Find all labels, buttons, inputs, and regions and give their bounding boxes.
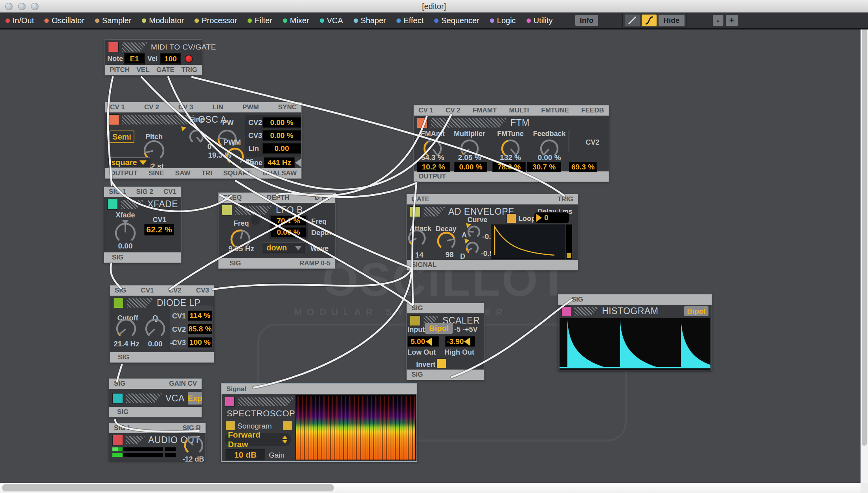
module-color-chip[interactable] <box>112 435 123 445</box>
scope-gain-value[interactable]: 10 dB <box>226 449 265 460</box>
port-sig[interactable]: SIG <box>118 353 129 361</box>
loop-count-value[interactable]: 0 <box>534 212 569 223</box>
note-value[interactable]: E1 <box>124 53 145 64</box>
cv1-value[interactable]: 62.2 % <box>144 224 174 235</box>
envelope-zoom-handle[interactable] <box>567 253 571 258</box>
port-dualsaw[interactable]: DUALSAW <box>263 169 297 177</box>
drag-hatch-icon[interactable] <box>121 200 144 209</box>
cv1-value[interactable]: 114 % <box>188 311 212 321</box>
port-sig[interactable]: SIG <box>115 287 126 294</box>
port-cv1[interactable]: CV 1 <box>110 103 125 111</box>
port-cv1[interactable]: CV1 <box>163 188 176 196</box>
low-out-value[interactable]: 5.00 <box>407 336 439 347</box>
output-gain-knob[interactable] <box>184 435 204 457</box>
port-freq[interactable]: FREQ <box>223 194 242 202</box>
port-cv3[interactable]: CV3 <box>196 287 209 294</box>
wave-dropdown[interactable]: down <box>263 243 305 253</box>
port-signal[interactable]: Signal <box>226 385 246 393</box>
category-mixer[interactable]: Mixer <box>283 16 309 25</box>
drag-hatch-icon[interactable] <box>431 118 507 128</box>
drag-hatch-icon[interactable] <box>126 394 162 403</box>
cv2-value[interactable]: 85.8 % <box>188 324 212 334</box>
decrement-icon[interactable] <box>426 337 432 346</box>
port-sig[interactable]: SIG <box>572 296 583 304</box>
loop-toggle[interactable] <box>506 213 516 223</box>
bipol-toggle-button[interactable]: Bipol <box>425 323 453 334</box>
port-fmtune[interactable]: FMTUNE <box>541 107 569 114</box>
module-color-chip[interactable] <box>417 118 428 128</box>
fmamt-cv-value[interactable]: 10.2 % <box>417 162 450 172</box>
module-color-chip[interactable] <box>410 315 420 326</box>
port-gate[interactable]: GATE <box>156 66 174 74</box>
cv2-value[interactable]: 0.00 % <box>262 117 301 128</box>
port-ramp[interactable]: RAMP 0-5 <box>299 259 330 267</box>
exp-toggle-button[interactable]: Exp <box>188 392 202 405</box>
port-sig-l[interactable]: SIG L <box>114 424 131 432</box>
port-tri[interactable]: TRI <box>202 169 212 177</box>
port-cv2[interactable]: CV 2 <box>144 103 159 111</box>
port-saw[interactable]: SAW <box>175 169 191 177</box>
envelope-display[interactable] <box>491 224 565 259</box>
port-sig[interactable]: SIG <box>229 259 241 267</box>
depth-cv-value[interactable]: 0.00 % <box>271 227 306 237</box>
module-color-chip[interactable] <box>113 298 124 308</box>
drag-hatch-icon[interactable] <box>235 206 273 215</box>
category-effect[interactable]: Effect <box>396 16 424 25</box>
vertical-scroll-thumb[interactable] <box>862 17 867 446</box>
port-pwm[interactable]: PWM <box>242 103 259 111</box>
cutoff-knob[interactable] <box>116 318 137 341</box>
fine-knob[interactable] <box>189 129 204 146</box>
multiplier-cv-value[interactable]: 0.00 % <box>454 162 487 172</box>
module-color-chip[interactable] <box>112 393 123 404</box>
port-trig[interactable]: TRIG <box>181 66 197 74</box>
category-oscillator[interactable]: Oscillator <box>44 16 84 25</box>
drag-hatch-icon[interactable] <box>126 436 145 444</box>
category-filter[interactable]: Filter <box>248 16 272 25</box>
port-zero-retrig[interactable]: Ø RT <box>314 194 330 202</box>
port-cv2[interactable]: CV2 <box>169 287 182 294</box>
decrement-icon[interactable] <box>464 337 470 346</box>
category-inout[interactable]: In/Out <box>6 16 34 25</box>
port-output[interactable]: OUTPUT <box>110 169 138 177</box>
port-cv3[interactable]: CV 3 <box>178 103 193 111</box>
horizontal-scroll-thumb[interactable] <box>2 484 334 491</box>
port-sine[interactable]: SINE <box>149 169 164 177</box>
port-output[interactable]: OUTPUT <box>418 173 446 180</box>
port-cv2[interactable]: CV 2 <box>446 107 461 114</box>
horizontal-scrollbar[interactable] <box>0 483 861 493</box>
drag-hatch-icon[interactable] <box>122 42 148 52</box>
lin-value[interactable]: 0.00 <box>262 143 301 154</box>
hide-cables-button[interactable]: Hide <box>659 15 684 26</box>
category-sampler[interactable]: Sampler <box>95 16 131 25</box>
port-trig[interactable]: TRIG <box>557 195 573 203</box>
sonogram-toggle[interactable] <box>226 421 235 430</box>
drag-hatch-icon[interactable] <box>238 397 295 406</box>
category-processor[interactable]: Processor <box>195 16 237 25</box>
category-vca[interactable]: VCA <box>320 16 343 25</box>
curved-cable-style-button[interactable] <box>642 15 657 26</box>
port-signal[interactable]: SIGNAL <box>411 261 437 269</box>
tune-value[interactable]: 441 Hz <box>264 157 295 168</box>
fmtune-cv-value[interactable]: 78.0 % <box>492 162 526 172</box>
port-cv1[interactable]: CV1 <box>141 287 154 294</box>
port-sig[interactable]: SIG <box>411 371 423 379</box>
module-color-chip[interactable] <box>562 306 571 316</box>
port-vel[interactable]: VEL <box>136 66 149 74</box>
attack-knob[interactable] <box>407 229 426 249</box>
port-pitch[interactable]: PITCH <box>110 66 130 74</box>
invert-toggle[interactable] <box>437 359 446 368</box>
cv3-value[interactable]: 0.00 % <box>262 130 301 141</box>
module-color-chip[interactable] <box>108 42 119 52</box>
module-color-chip[interactable] <box>410 206 420 217</box>
freeze-toggle[interactable] <box>283 421 292 430</box>
drag-hatch-icon[interactable] <box>574 307 599 316</box>
feedback-cv-value[interactable]: 30.7 % <box>527 162 561 172</box>
cv3-value[interactable]: 100 % <box>188 337 212 348</box>
vertical-scrollbar[interactable] <box>861 13 868 483</box>
port-sig1[interactable]: SIG 1 <box>109 188 126 196</box>
draw-mode-dropdown[interactable]: Forward Draw <box>225 433 291 446</box>
module-color-chip[interactable] <box>108 114 119 125</box>
drag-hatch-icon[interactable] <box>424 207 445 217</box>
semi-toggle-button[interactable]: Semi <box>109 131 134 143</box>
tune-decrement-icon[interactable] <box>295 158 301 167</box>
